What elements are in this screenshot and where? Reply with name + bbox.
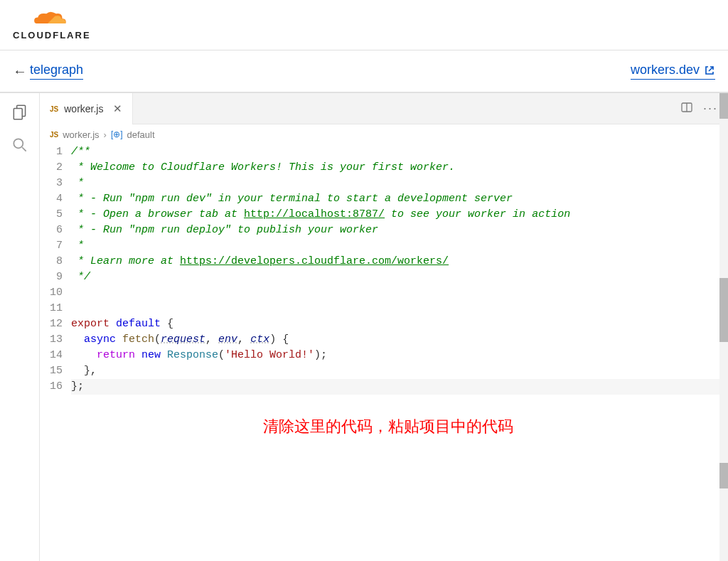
instruction-annotation: 清除这里的代码，粘贴项目中的代码: [263, 419, 513, 434]
cloudflare-logo: CLOUDFLARE: [13, 10, 91, 41]
arrow-left-icon: ←: [13, 63, 27, 80]
tab-filename: worker.js: [64, 103, 103, 114]
activity-bar: [0, 93, 40, 561]
search-icon[interactable]: [11, 136, 29, 154]
js-badge: JS: [50, 131, 58, 139]
nav-bar: ← telegraph workers.dev: [0, 50, 728, 92]
back-link[interactable]: telegraph: [30, 63, 83, 80]
split-editor-icon[interactable]: [680, 101, 693, 117]
chevron-right-icon: ›: [104, 129, 107, 140]
tab-worker-js[interactable]: JS worker.js ✕: [40, 93, 133, 124]
breadcrumb-symbol: default: [127, 129, 155, 140]
scrollbar-vertical[interactable]: [719, 93, 728, 561]
breadcrumb-file: worker.js: [63, 129, 99, 140]
svg-point-2: [14, 139, 23, 148]
workers-dev-label: workers.dev: [631, 63, 700, 78]
editor: JS worker.js ✕ ··· JS worker.js › [⊕] de…: [0, 92, 728, 561]
code-area[interactable]: 1 2 3 4 5 6 7 8 9 10 11 12 13 14 15 16 /…: [40, 144, 728, 561]
logo-bar: CLOUDFLARE: [0, 0, 728, 50]
more-icon[interactable]: ···: [703, 101, 718, 116]
svg-rect-1: [14, 109, 22, 119]
nav-back[interactable]: ← telegraph: [13, 63, 83, 80]
code-content[interactable]: /** * Welcome to Cloudflare Workers! Thi…: [71, 144, 728, 561]
logo-text: CLOUDFLARE: [13, 30, 91, 41]
workers-dev-link[interactable]: workers.dev: [631, 63, 715, 80]
svg-line-3: [22, 147, 26, 151]
files-icon[interactable]: [11, 103, 29, 122]
cloud-icon: [31, 10, 73, 28]
close-icon[interactable]: ✕: [113, 102, 122, 115]
breadcrumb[interactable]: JS worker.js › [⊕] default: [40, 124, 728, 144]
js-badge: JS: [50, 105, 58, 113]
tab-bar: JS worker.js ✕ ···: [40, 93, 728, 124]
external-link-icon: [704, 65, 715, 76]
symbol-icon: [⊕]: [111, 129, 123, 139]
editor-main: JS worker.js ✕ ··· JS worker.js › [⊕] de…: [40, 93, 728, 561]
line-gutter: 1 2 3 4 5 6 7 8 9 10 11 12 13 14 15 16: [40, 144, 71, 561]
